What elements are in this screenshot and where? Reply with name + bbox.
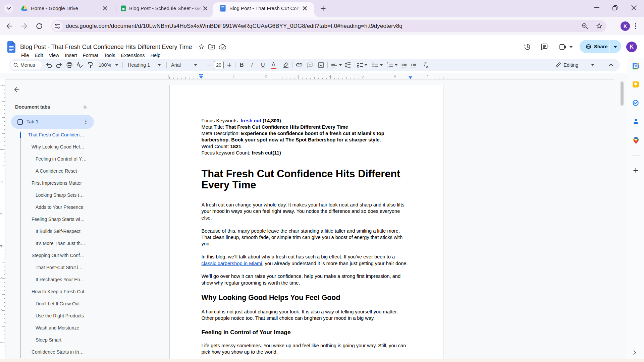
svg-text:31: 31: [634, 65, 638, 68]
svg-text:1: 1: [387, 62, 388, 64]
svg-text:2: 2: [387, 65, 388, 68]
